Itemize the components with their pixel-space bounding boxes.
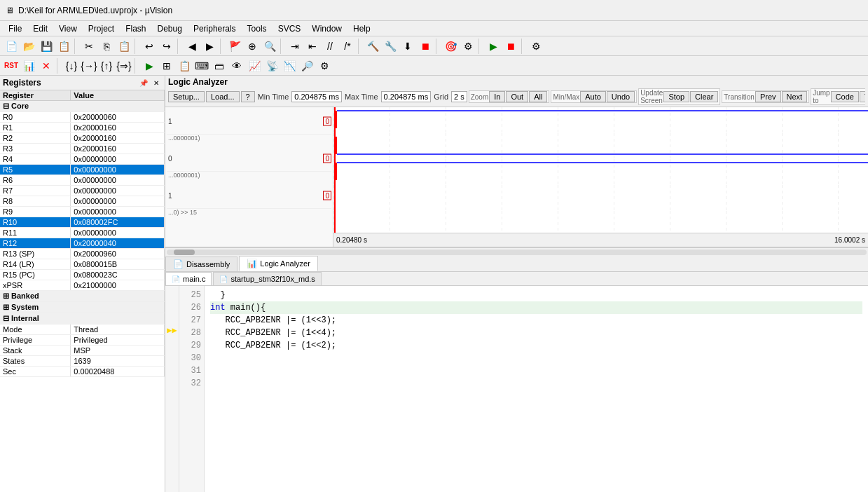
menu-item-flash[interactable]: Flash [120, 22, 151, 35]
reg-row-R14 LR[interactable]: R14 (LR)0x0800015B [0, 259, 165, 270]
la-help-button[interactable]: ? [241, 91, 255, 102]
menu-item-peripherals[interactable]: Peripherals [188, 22, 242, 35]
indent-button[interactable]: ⇥ [287, 39, 303, 54]
code-lines[interactable]: }int main(){ RCC_APB2ENR |= (1<<3); RCC_… [205, 286, 868, 492]
la-load-button[interactable]: Load... [206, 91, 240, 102]
logic-button[interactable]: 📉 [281, 58, 298, 74]
step-into-button[interactable]: {↓} [63, 58, 80, 74]
paste-button[interactable]: 📋 [116, 39, 132, 54]
reg-row-R3[interactable]: R30x20000160 [0, 144, 165, 154]
reg-row-R7[interactable]: R70x00000000 [0, 186, 165, 196]
outdent-button[interactable]: ⇤ [304, 39, 321, 54]
watch-button[interactable]: 👁 [228, 58, 245, 74]
reset-button[interactable]: RST [3, 58, 20, 74]
reg-row-R2[interactable]: R20x20000160 [0, 133, 165, 144]
target-select[interactable]: 🎯 [442, 39, 459, 54]
step-out-button[interactable]: {↑} [98, 58, 115, 74]
sep-2 [135, 39, 139, 54]
nav-forward-button[interactable]: ▶ [201, 39, 218, 54]
la-zoom-all-button[interactable]: All [529, 91, 547, 102]
copy-button[interactable]: ⎘ [98, 39, 115, 54]
reg-row-R15 PC[interactable]: R15 (PC)0x0800023C [0, 270, 165, 280]
menu-item-svcs[interactable]: SVCS [273, 22, 307, 35]
reg-row-R8[interactable]: R80x00000000 [0, 196, 165, 207]
la-stop-button[interactable]: Stop [663, 91, 689, 102]
options-button[interactable]: ⚙ [528, 39, 544, 54]
uncomment-button[interactable]: /* [339, 39, 356, 54]
la-setup-button[interactable]: Setup... [168, 91, 205, 102]
tab-logic-analyzer[interactable]: 📊 Logic Analyzer [239, 256, 318, 271]
menu-item-view[interactable]: View [53, 22, 83, 35]
build-target-button[interactable]: 🔨 [364, 39, 381, 54]
download-button[interactable]: ⬇ [399, 39, 416, 54]
code-tab-main[interactable]: 📄 main.c [165, 272, 212, 285]
la-prev-button[interactable]: Prev [755, 91, 781, 102]
registers-scroll[interactable]: Register Value ⊟ CoreR00x20000060R10x200… [0, 90, 165, 377]
la-undo-button[interactable]: Undo [607, 91, 635, 102]
reg-row-xPSR[interactable]: xPSR0x21000000 [0, 280, 165, 291]
menu-item-window[interactable]: Window [306, 22, 347, 35]
options2-button[interactable]: ⚙ [316, 58, 333, 74]
la-waveform[interactable]: 0.20480 s 16.0002 s [333, 107, 868, 247]
manage-button[interactable]: ⚙ [460, 39, 476, 54]
reg-row-R11[interactable]: R110x00000000 [0, 228, 165, 238]
stop-debug-button[interactable]: ⏹ [502, 39, 519, 54]
cut-button[interactable]: ✂ [81, 39, 97, 54]
la-next-button[interactable]: Next [782, 91, 808, 102]
registers-pin-button[interactable]: 📌 [138, 77, 149, 88]
la-auto-button[interactable]: Auto [580, 91, 606, 102]
disasm-button[interactable]: 📋 [176, 58, 193, 74]
menu-item-help[interactable]: Help [347, 22, 376, 35]
registers-close-button[interactable]: ✕ [151, 77, 162, 88]
la-zoom-in-button[interactable]: In [489, 91, 505, 102]
new-button[interactable]: 📄 [3, 39, 20, 54]
reg-row-R4[interactable]: R40x00000000 [0, 154, 165, 165]
stop-build-button[interactable]: ⏹ [417, 39, 434, 54]
run-button[interactable]: ▶ [141, 58, 158, 74]
la-scrollbar[interactable] [165, 247, 868, 256]
serial-button[interactable]: 📡 [263, 58, 280, 74]
reg-row-R5[interactable]: R50x00000000 [0, 165, 165, 175]
build-all-button[interactable]: 🔧 [382, 39, 399, 54]
reg-row-R6[interactable]: R60x00000000 [0, 175, 165, 186]
save-button[interactable]: 💾 [38, 39, 55, 54]
menu-item-project[interactable]: Project [83, 22, 120, 35]
reg-row-R12[interactable]: R120x20000040 [0, 238, 165, 249]
close-debug-button[interactable]: ✕ [38, 58, 55, 74]
menu-item-tools[interactable]: Tools [242, 22, 273, 35]
show-next-button[interactable]: ⊞ [158, 58, 175, 74]
cmd-button[interactable]: ⌨ [193, 58, 210, 74]
la-code-button[interactable]: Code [831, 91, 859, 102]
find-button[interactable]: 🔍 [261, 39, 278, 54]
reg-row-R9[interactable]: R90x00000000 [0, 207, 165, 217]
comment-button[interactable]: // [322, 39, 338, 54]
code-tab-startup[interactable]: 📄 startup_stm32f10x_md.s [213, 272, 321, 285]
redo-button[interactable]: ↪ [158, 39, 175, 54]
la-scroll-thumb[interactable] [174, 250, 195, 255]
trace-button[interactable]: 🔎 [298, 58, 315, 74]
insert-button[interactable]: ⊕ [244, 39, 261, 54]
mem-button[interactable]: 🗃 [211, 58, 228, 74]
view-button[interactable]: 📊 [20, 58, 37, 74]
save-all-button[interactable]: 📋 [55, 39, 72, 54]
la-scroll-track[interactable] [167, 250, 867, 255]
undo-button[interactable]: ↩ [141, 39, 158, 54]
bookmark-button[interactable]: 🚩 [226, 39, 243, 54]
tab-disassembly[interactable]: 📄 Disassembly [165, 257, 237, 271]
reg-row-R1[interactable]: R10x20000160 [0, 123, 165, 133]
la-trace-button[interactable]: Trace [860, 91, 865, 102]
menu-item-file[interactable]: File [3, 22, 27, 35]
reg-row-R0[interactable]: R00x20000060 [0, 112, 165, 123]
nav-back-button[interactable]: ◀ [184, 39, 200, 54]
la-clear-button[interactable]: Clear [690, 91, 718, 102]
reg-row-R10[interactable]: R100x080002FC [0, 217, 165, 228]
debug-button[interactable]: ▶ [485, 39, 502, 54]
step-over-button[interactable]: {→} [81, 58, 97, 74]
open-button[interactable]: 📂 [20, 39, 37, 54]
reg-row-R13 SP[interactable]: R13 (SP)0x20000960 [0, 249, 165, 259]
perf-button[interactable]: 📈 [246, 58, 263, 74]
menu-item-edit[interactable]: Edit [27, 22, 53, 35]
menu-item-debug[interactable]: Debug [152, 22, 188, 35]
la-zoom-out-button[interactable]: Out [506, 91, 528, 102]
run-to-cursor-button[interactable]: {⇒} [116, 58, 132, 74]
